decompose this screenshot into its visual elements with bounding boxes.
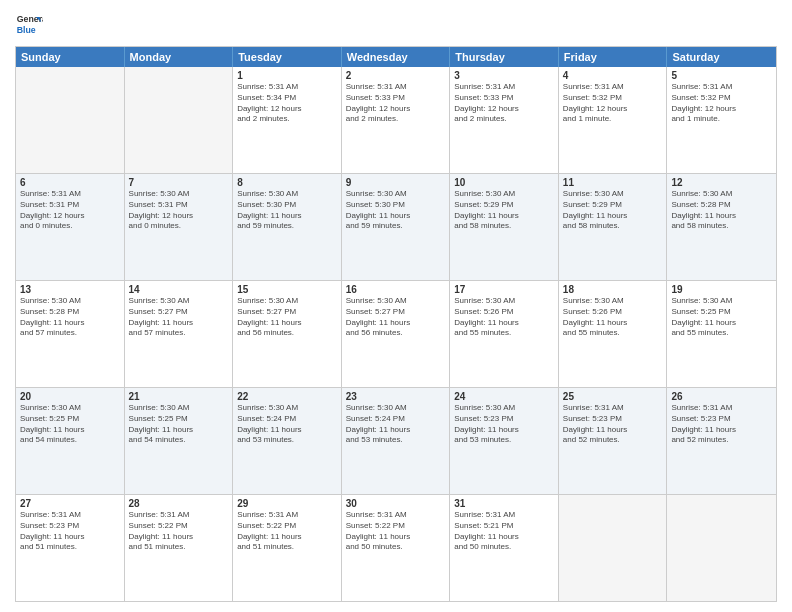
cell-info-text: Sunrise: 5:31 AM Sunset: 5:23 PM Dayligh…: [671, 403, 772, 446]
cell-day-number: 11: [563, 177, 663, 188]
cell-info-text: Sunrise: 5:30 AM Sunset: 5:29 PM Dayligh…: [563, 189, 663, 232]
calendar-cell-0-6: 5Sunrise: 5:31 AM Sunset: 5:32 PM Daylig…: [667, 67, 776, 173]
cell-info-text: Sunrise: 5:30 AM Sunset: 5:24 PM Dayligh…: [346, 403, 446, 446]
cell-day-number: 22: [237, 391, 337, 402]
calendar-cell-2-6: 19Sunrise: 5:30 AM Sunset: 5:25 PM Dayli…: [667, 281, 776, 387]
cell-day-number: 3: [454, 70, 554, 81]
calendar-cell-4-2: 29Sunrise: 5:31 AM Sunset: 5:22 PM Dayli…: [233, 495, 342, 601]
cell-day-number: 17: [454, 284, 554, 295]
calendar-cell-0-5: 4Sunrise: 5:31 AM Sunset: 5:32 PM Daylig…: [559, 67, 668, 173]
cell-info-text: Sunrise: 5:30 AM Sunset: 5:30 PM Dayligh…: [237, 189, 337, 232]
calendar-header: SundayMondayTuesdayWednesdayThursdayFrid…: [16, 47, 776, 67]
calendar-cell-2-0: 13Sunrise: 5:30 AM Sunset: 5:28 PM Dayli…: [16, 281, 125, 387]
cell-info-text: Sunrise: 5:31 AM Sunset: 5:32 PM Dayligh…: [671, 82, 772, 125]
calendar-cell-3-1: 21Sunrise: 5:30 AM Sunset: 5:25 PM Dayli…: [125, 388, 234, 494]
logo: General Blue: [15, 10, 47, 38]
cell-info-text: Sunrise: 5:30 AM Sunset: 5:25 PM Dayligh…: [671, 296, 772, 339]
cell-day-number: 7: [129, 177, 229, 188]
calendar-cell-2-3: 16Sunrise: 5:30 AM Sunset: 5:27 PM Dayli…: [342, 281, 451, 387]
cell-day-number: 16: [346, 284, 446, 295]
cell-day-number: 21: [129, 391, 229, 402]
calendar-cell-4-1: 28Sunrise: 5:31 AM Sunset: 5:22 PM Dayli…: [125, 495, 234, 601]
calendar-row-3: 20Sunrise: 5:30 AM Sunset: 5:25 PM Dayli…: [16, 387, 776, 494]
cell-info-text: Sunrise: 5:30 AM Sunset: 5:30 PM Dayligh…: [346, 189, 446, 232]
calendar-cell-0-4: 3Sunrise: 5:31 AM Sunset: 5:33 PM Daylig…: [450, 67, 559, 173]
cell-day-number: 15: [237, 284, 337, 295]
header-day-thursday: Thursday: [450, 47, 559, 67]
cell-info-text: Sunrise: 5:30 AM Sunset: 5:29 PM Dayligh…: [454, 189, 554, 232]
header-day-friday: Friday: [559, 47, 668, 67]
cell-day-number: 23: [346, 391, 446, 402]
svg-text:Blue: Blue: [17, 25, 36, 35]
calendar-row-0: 1Sunrise: 5:31 AM Sunset: 5:34 PM Daylig…: [16, 67, 776, 173]
cell-info-text: Sunrise: 5:31 AM Sunset: 5:23 PM Dayligh…: [20, 510, 120, 553]
cell-info-text: Sunrise: 5:30 AM Sunset: 5:27 PM Dayligh…: [129, 296, 229, 339]
cell-day-number: 2: [346, 70, 446, 81]
calendar-cell-1-3: 9Sunrise: 5:30 AM Sunset: 5:30 PM Daylig…: [342, 174, 451, 280]
cell-day-number: 5: [671, 70, 772, 81]
cell-day-number: 30: [346, 498, 446, 509]
calendar-cell-3-4: 24Sunrise: 5:30 AM Sunset: 5:23 PM Dayli…: [450, 388, 559, 494]
cell-day-number: 12: [671, 177, 772, 188]
calendar-cell-0-2: 1Sunrise: 5:31 AM Sunset: 5:34 PM Daylig…: [233, 67, 342, 173]
cell-day-number: 24: [454, 391, 554, 402]
cell-day-number: 10: [454, 177, 554, 188]
cell-day-number: 28: [129, 498, 229, 509]
calendar-cell-1-2: 8Sunrise: 5:30 AM Sunset: 5:30 PM Daylig…: [233, 174, 342, 280]
cell-info-text: Sunrise: 5:31 AM Sunset: 5:32 PM Dayligh…: [563, 82, 663, 125]
cell-info-text: Sunrise: 5:30 AM Sunset: 5:26 PM Dayligh…: [454, 296, 554, 339]
cell-day-number: 8: [237, 177, 337, 188]
calendar-cell-3-0: 20Sunrise: 5:30 AM Sunset: 5:25 PM Dayli…: [16, 388, 125, 494]
cell-info-text: Sunrise: 5:31 AM Sunset: 5:33 PM Dayligh…: [454, 82, 554, 125]
calendar-cell-3-2: 22Sunrise: 5:30 AM Sunset: 5:24 PM Dayli…: [233, 388, 342, 494]
calendar-row-1: 6Sunrise: 5:31 AM Sunset: 5:31 PM Daylig…: [16, 173, 776, 280]
calendar-cell-1-4: 10Sunrise: 5:30 AM Sunset: 5:29 PM Dayli…: [450, 174, 559, 280]
cell-info-text: Sunrise: 5:30 AM Sunset: 5:25 PM Dayligh…: [20, 403, 120, 446]
calendar-cell-4-3: 30Sunrise: 5:31 AM Sunset: 5:22 PM Dayli…: [342, 495, 451, 601]
cell-day-number: 9: [346, 177, 446, 188]
calendar-row-4: 27Sunrise: 5:31 AM Sunset: 5:23 PM Dayli…: [16, 494, 776, 601]
calendar-cell-3-3: 23Sunrise: 5:30 AM Sunset: 5:24 PM Dayli…: [342, 388, 451, 494]
calendar-cell-4-5: [559, 495, 668, 601]
cell-info-text: Sunrise: 5:30 AM Sunset: 5:31 PM Dayligh…: [129, 189, 229, 232]
header-day-tuesday: Tuesday: [233, 47, 342, 67]
cell-day-number: 31: [454, 498, 554, 509]
calendar-cell-0-0: [16, 67, 125, 173]
cell-info-text: Sunrise: 5:30 AM Sunset: 5:23 PM Dayligh…: [454, 403, 554, 446]
cell-day-number: 27: [20, 498, 120, 509]
cell-info-text: Sunrise: 5:31 AM Sunset: 5:33 PM Dayligh…: [346, 82, 446, 125]
calendar-cell-4-4: 31Sunrise: 5:31 AM Sunset: 5:21 PM Dayli…: [450, 495, 559, 601]
cell-day-number: 18: [563, 284, 663, 295]
cell-day-number: 26: [671, 391, 772, 402]
calendar-cell-1-5: 11Sunrise: 5:30 AM Sunset: 5:29 PM Dayli…: [559, 174, 668, 280]
cell-day-number: 1: [237, 70, 337, 81]
page-header: General Blue: [15, 10, 777, 38]
calendar-cell-0-1: [125, 67, 234, 173]
calendar-cell-3-6: 26Sunrise: 5:31 AM Sunset: 5:23 PM Dayli…: [667, 388, 776, 494]
calendar-cell-3-5: 25Sunrise: 5:31 AM Sunset: 5:23 PM Dayli…: [559, 388, 668, 494]
header-day-monday: Monday: [125, 47, 234, 67]
calendar-cell-1-6: 12Sunrise: 5:30 AM Sunset: 5:28 PM Dayli…: [667, 174, 776, 280]
cell-info-text: Sunrise: 5:31 AM Sunset: 5:22 PM Dayligh…: [237, 510, 337, 553]
cell-day-number: 14: [129, 284, 229, 295]
cell-info-text: Sunrise: 5:30 AM Sunset: 5:24 PM Dayligh…: [237, 403, 337, 446]
cell-info-text: Sunrise: 5:31 AM Sunset: 5:22 PM Dayligh…: [346, 510, 446, 553]
cell-info-text: Sunrise: 5:31 AM Sunset: 5:34 PM Dayligh…: [237, 82, 337, 125]
header-day-wednesday: Wednesday: [342, 47, 451, 67]
header-day-sunday: Sunday: [16, 47, 125, 67]
calendar-cell-1-0: 6Sunrise: 5:31 AM Sunset: 5:31 PM Daylig…: [16, 174, 125, 280]
calendar: SundayMondayTuesdayWednesdayThursdayFrid…: [15, 46, 777, 602]
calendar-row-2: 13Sunrise: 5:30 AM Sunset: 5:28 PM Dayli…: [16, 280, 776, 387]
cell-info-text: Sunrise: 5:30 AM Sunset: 5:28 PM Dayligh…: [20, 296, 120, 339]
logo-icon: General Blue: [15, 10, 43, 38]
cell-day-number: 4: [563, 70, 663, 81]
cell-info-text: Sunrise: 5:30 AM Sunset: 5:28 PM Dayligh…: [671, 189, 772, 232]
calendar-body: 1Sunrise: 5:31 AM Sunset: 5:34 PM Daylig…: [16, 67, 776, 601]
cell-day-number: 6: [20, 177, 120, 188]
header-day-saturday: Saturday: [667, 47, 776, 67]
cell-info-text: Sunrise: 5:30 AM Sunset: 5:27 PM Dayligh…: [346, 296, 446, 339]
calendar-cell-2-5: 18Sunrise: 5:30 AM Sunset: 5:26 PM Dayli…: [559, 281, 668, 387]
cell-info-text: Sunrise: 5:30 AM Sunset: 5:25 PM Dayligh…: [129, 403, 229, 446]
cell-day-number: 19: [671, 284, 772, 295]
cell-day-number: 29: [237, 498, 337, 509]
